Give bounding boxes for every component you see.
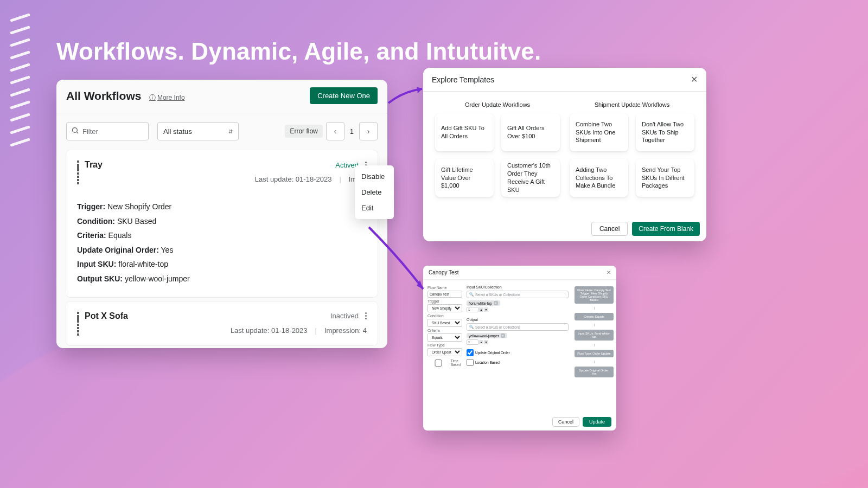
cancel-button[interactable]: Cancel [591,222,628,236]
search-icon: 🔍 [469,325,474,329]
drag-handle-icon[interactable] [77,312,79,320]
page-next-button[interactable]: › [359,122,378,140]
template-tile[interactable]: Combine Two SKUs Into One Shipment [570,113,628,151]
template-tile[interactable]: Customer's 10th Order They Receive A Gif… [501,159,560,197]
template-tile[interactable]: Don't Allow Two SKUs To Ship Together [636,113,694,151]
flow-node: Flow Name: Canopy Test Trigger: New Shop… [575,286,614,304]
time-based-checkbox[interactable]: Time Based [427,359,462,367]
output-label: Output [467,318,569,322]
all-workflows-panel: All Workflows ⓘ More Info Create New One… [56,80,387,348]
flow-type-select[interactable]: Order Update [427,348,462,356]
input-sku-search[interactable]: 🔍 Select a SKUs or Collections [467,291,569,298]
qty-down[interactable]: ▼ [484,340,488,344]
criteria-label: Criteria [427,329,462,332]
trigger-select[interactable]: New Shopify Order [427,304,462,312]
svg-point-0 [73,128,78,133]
qty-input[interactable] [467,307,478,312]
last-update: Last update: 01-18-2023 [255,175,332,183]
workflow-name: Tray [85,160,103,170]
edit-workflow-modal: Canopy Test ✕ Flow Name Trigger New Shop… [423,266,616,431]
workflow-name: Pot X Sofa [85,311,128,321]
explore-templates-modal: Explore Templates ✕ Order Update Workflo… [423,68,706,241]
more-info-link[interactable]: ⓘ More Info [149,93,185,102]
cancel-button[interactable]: Cancel [552,417,579,427]
flow-node: Criteria: Equals [575,313,614,320]
location-based-checkbox[interactable]: Location Based [467,359,569,366]
search-icon: 🔍 [469,292,474,297]
update-button[interactable]: Update [583,417,611,427]
drag-handle-icon[interactable] [77,160,79,169]
impression: Impression: 4 [324,326,367,335]
template-tile[interactable]: Adding Two Collections To Make A Bundle [570,159,628,197]
filter-input[interactable]: Filter [66,122,149,140]
template-tile[interactable]: Send Your Top SKUs In Diffrent Packages [636,159,694,197]
flow-node: Input SKUs: floral-white-top [575,330,614,341]
create-new-button[interactable]: Create New One [310,87,378,104]
row-menu: Disable Delete Edit [355,165,394,219]
input-sku-label: Input SKU/Collection [467,285,569,289]
kebab-menu-button[interactable] [365,312,367,319]
close-icon[interactable]: ✕ [607,269,611,275]
create-from-blank-button[interactable]: Create From Blank [632,222,700,236]
workflow-card: Pot X Sofa Inactived Last update: 01-18-… [66,301,378,345]
all-workflows-title: All Workflows [66,89,141,102]
output-sku-search[interactable]: 🔍 Select a SKUs or Collections [467,323,569,331]
flow-name-input[interactable] [427,291,462,298]
template-tile[interactable]: Add Gift SKU To All Orders [435,113,494,151]
trigger-label: Trigger [427,299,462,303]
qty-up[interactable]: ▲ [479,340,483,344]
flow-node: Update Original Order: Yes [575,367,614,377]
svg-marker-2 [417,87,422,93]
qty-down[interactable]: ▼ [484,307,488,312]
sku-tag[interactable]: floral-white-top× [467,300,500,306]
qty-up[interactable]: ▲ [479,307,483,312]
column-title-shipment: Shipment Update Workflows [570,101,694,108]
criteria-select[interactable]: Equals [427,333,462,342]
flow-graph: Flow Name: Canopy Test Trigger: New Shop… [573,284,615,377]
workflow-details: Trigger: New Shopify Order Condition: SK… [77,200,367,286]
status-select[interactable]: All status ⇵ [157,122,239,140]
modal-title: Explore Templates [432,75,494,84]
condition-select[interactable]: SKU Based [427,319,462,327]
template-tile[interactable]: Gift All Orders Over $100 [501,113,560,151]
error-flow-badge[interactable]: Error flow [285,125,322,138]
flow-name-label: Flow Name [427,286,462,290]
menu-disable[interactable]: Disable [355,169,394,184]
caret-updown-icon: ⇵ [228,129,233,134]
headline: Workflows. Dynamic, Agile, and Intutuitv… [56,38,541,65]
template-tile[interactable]: Gift Lifetime Value Over $1,000 [435,159,494,197]
svg-line-1 [76,132,78,133]
page-number: 1 [350,127,354,136]
menu-edit[interactable]: Edit [355,200,394,216]
menu-delete[interactable]: Delete [355,184,394,200]
condition-label: Condition [427,314,462,318]
remove-icon[interactable]: × [494,301,498,305]
flow-type-label: Flow Type [427,343,462,347]
qty-input[interactable] [467,339,478,345]
modal-title: Canopy Test [429,269,458,275]
search-icon [71,126,79,136]
info-icon: ⓘ [149,93,156,102]
close-icon[interactable]: ✕ [691,74,698,85]
last-update: Last update: 01-18-2023 [231,326,308,335]
workflow-card: Tray Actived Last update: 01-18-2023 | I… [66,150,378,297]
sku-tag[interactable]: yellow-wool-jumper× [467,333,507,338]
page-prev-button[interactable]: ‹ [326,122,344,140]
status-badge: Inactived [330,312,359,320]
column-title-order: Order Update Workflows [435,101,560,108]
flow-node: Flow Type: Order Update [575,350,614,357]
update-original-checkbox[interactable]: Update Original Order [467,349,569,356]
remove-icon[interactable]: × [501,333,505,338]
